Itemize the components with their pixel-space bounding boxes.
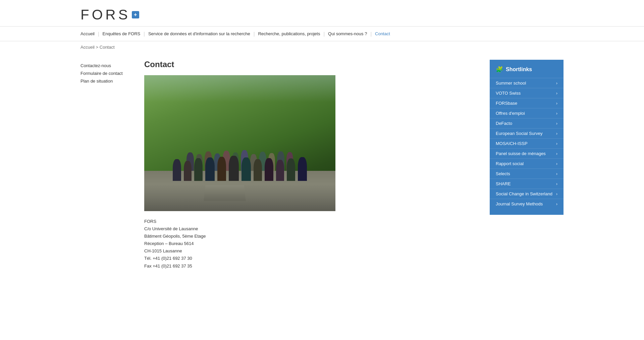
nav-item-contact[interactable]: Contact <box>375 27 390 41</box>
puzzle-icon: 🧩 <box>496 66 503 73</box>
shortlink-label: Rapport social <box>496 161 524 166</box>
nav-separator: | <box>98 31 99 37</box>
chevron-right-icon: › <box>556 141 557 146</box>
chevron-right-icon: › <box>556 202 557 206</box>
address-line-6: Tél. +41 (0)21 692 37 30 <box>144 255 480 262</box>
shortlink-mosaich-issp[interactable]: MOSAïCH-ISSP › <box>490 138 564 148</box>
content-area: Contact <box>134 60 490 270</box>
address-block: FORS C/o Université de Lausanne Bâtiment… <box>144 218 480 270</box>
main-layout: Contactez-nous Formulaire de contact Pla… <box>0 53 644 283</box>
address-line-4: Réception – Bureau 5614 <box>144 240 480 247</box>
shortlink-share[interactable]: SHARE › <box>490 179 564 189</box>
sidebar-item-formulaire[interactable]: Formulaire de contact <box>80 71 134 76</box>
shortlink-label: European Social Survey <box>496 131 542 136</box>
nav-separator: | <box>323 31 325 37</box>
chevron-right-icon: › <box>556 101 557 106</box>
chevron-right-icon: › <box>556 172 557 176</box>
sidebar-item-plan[interactable]: Plan de situation <box>80 79 134 84</box>
address-line-1: FORS <box>144 218 480 225</box>
shortlink-journal-survey-methods[interactable]: Journal Survey Methods › <box>490 199 564 209</box>
shortlink-label: VOTO Swiss <box>496 91 521 96</box>
nav-item-service[interactable]: Service de données et d'information sur … <box>148 27 250 41</box>
chevron-right-icon: › <box>556 111 557 116</box>
chevron-right-icon: › <box>556 81 557 86</box>
shortlink-social-change[interactable]: Social Change in Switzerland › <box>490 189 564 199</box>
breadcrumb: Accueil > Contact <box>0 41 644 53</box>
nav-item-enquetes[interactable]: Enquêtes de FORS <box>103 27 141 41</box>
shortlink-european-social-survey[interactable]: European Social Survey › <box>490 128 564 138</box>
nav-separator: | <box>254 31 255 37</box>
shortlink-defacto[interactable]: DeFacto › <box>490 118 564 128</box>
shortlink-label: Summer school <box>496 81 526 86</box>
logo-plus: + <box>132 11 139 18</box>
shortlinks-panel: 🧩 Shortlinks Summer school › VOTO Swiss … <box>490 60 564 215</box>
shortlink-label: MOSAïCH-ISSP <box>496 141 528 146</box>
address-line-5: CH-1015 Lausanne <box>144 247 480 255</box>
nav-item-accueil[interactable]: Accueil <box>80 27 95 41</box>
header: FORS + <box>0 0 644 26</box>
sidebar-item-contactez-nous[interactable]: Contactez-nous <box>80 63 134 68</box>
chevron-right-icon: › <box>556 151 557 156</box>
shortlink-forsbase[interactable]: FORSbase › <box>490 98 564 108</box>
shortlink-rapport-social[interactable]: Rapport social › <box>490 158 564 168</box>
shortlink-label: Journal Survey Methods <box>496 201 543 206</box>
shortlinks-title: Shortlinks <box>506 66 532 72</box>
chevron-right-icon: › <box>556 131 557 136</box>
chevron-right-icon: › <box>556 121 557 126</box>
chevron-right-icon: › <box>556 161 557 166</box>
shortlink-panel-suisse[interactable]: Panel suisse de ménages › <box>490 148 564 158</box>
main-nav: Accueil | Enquêtes de FORS | Service de … <box>0 26 644 41</box>
nav-separator: | <box>370 31 372 37</box>
shortlink-offres-emploi[interactable]: Offres d'emploi › <box>490 108 564 118</box>
shortlink-label: DeFacto <box>496 121 512 126</box>
shortlink-summer-school[interactable]: Summer school › <box>490 78 564 88</box>
shortlink-label: Panel suisse de ménages <box>496 151 546 156</box>
nav-separator: | <box>144 31 145 37</box>
address-line-2: C/o Université de Lausanne <box>144 225 480 233</box>
shortlink-label: Social Change in Switzerland <box>496 191 552 196</box>
shortlink-voto-swiss[interactable]: VOTO Swiss › <box>490 88 564 98</box>
chevron-right-icon: › <box>556 192 557 196</box>
chevron-right-icon: › <box>556 91 557 96</box>
shortlink-label: SHARE <box>496 181 511 186</box>
team-photo <box>144 75 335 211</box>
breadcrumb-separator: > <box>96 45 100 50</box>
logo-area: FORS + <box>80 7 644 23</box>
nav-item-qui[interactable]: Qui sommes-nous ? <box>328 27 367 41</box>
shortlink-selects[interactable]: Selects › <box>490 168 564 179</box>
nav-item-recherche[interactable]: Recherche, publications, projets <box>258 27 320 41</box>
logo-text[interactable]: FORS <box>80 7 130 23</box>
page-title: Contact <box>144 60 480 69</box>
sidebar: Contactez-nous Formulaire de contact Pla… <box>80 60 134 270</box>
chevron-right-icon: › <box>556 182 557 186</box>
breadcrumb-home[interactable]: Accueil <box>80 45 95 50</box>
shortlink-label: Selects <box>496 171 510 176</box>
shortlink-label: Offres d'emploi <box>496 111 525 116</box>
address-line-7: Fax +41 (0)21 692 37 35 <box>144 262 480 270</box>
shortlinks-header: 🧩 Shortlinks <box>490 66 564 78</box>
address-line-3: Bâtiment Géopolis, 5ème Etage <box>144 233 480 240</box>
breadcrumb-current: Contact <box>100 45 115 50</box>
shortlink-label: FORSbase <box>496 101 517 106</box>
